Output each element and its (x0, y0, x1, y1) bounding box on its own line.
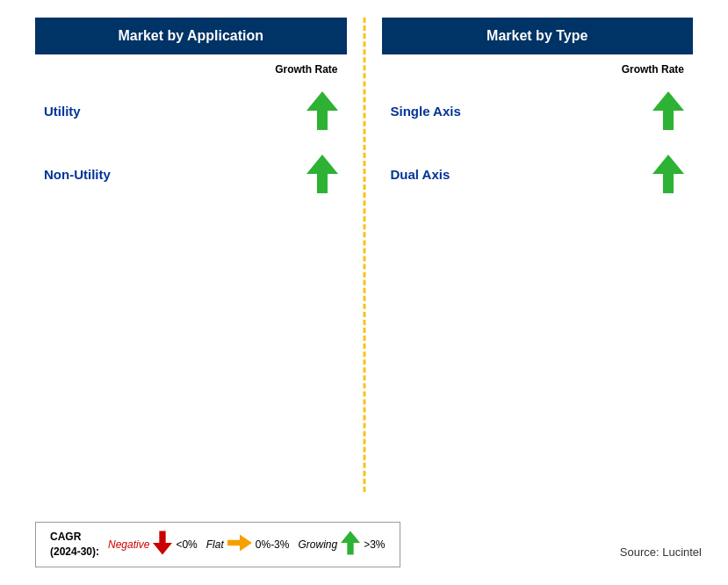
dual-axis-arrow-icon (652, 155, 684, 193)
right-panel-title: Market by Type (487, 28, 587, 43)
utility-label: Utility (44, 104, 81, 119)
non-utility-arrow-icon (306, 155, 338, 193)
main-container: Market by Application Growth Rate Utilit… (18, 18, 710, 506)
utility-arrow-icon (306, 91, 338, 130)
flat-arrow-icon (227, 534, 252, 555)
right-growth-rate-label: Growth Rate (622, 63, 684, 76)
legend-growing: Growing >3% (298, 531, 385, 559)
left-panel-title: Market by Application (118, 28, 263, 43)
svg-marker-2 (652, 91, 684, 130)
single-axis-label: Single Axis (391, 104, 461, 119)
non-utility-label: Non-Utility (44, 167, 111, 182)
left-panel: Market by Application Growth Rate Utilit… (18, 18, 364, 506)
negative-label: Negative (108, 538, 149, 551)
left-item-row-non-utility: Non-Utility (35, 155, 347, 193)
legend-flat: Flat 0%-3% (206, 534, 290, 555)
legend-container: CAGR (2024-30): Negative <0% Flat 0%-3% (35, 522, 400, 567)
cagr-line2: (2024-30): (50, 545, 99, 558)
growing-arrow-icon (341, 531, 360, 559)
divider (363, 18, 365, 492)
growing-range: >3% (364, 538, 385, 551)
svg-marker-6 (341, 531, 360, 555)
svg-marker-4 (153, 531, 172, 555)
svg-marker-1 (306, 155, 338, 193)
svg-marker-5 (227, 535, 252, 552)
right-panel: Market by Type Growth Rate Single Axis D… (364, 18, 711, 506)
flat-range: 0%-3% (256, 538, 290, 551)
right-item-row-dual: Dual Axis (382, 155, 694, 193)
left-panel-header: Market by Application (35, 18, 347, 54)
right-panel-header: Market by Type (382, 18, 694, 54)
source-label: Source: Lucintel (620, 545, 702, 559)
cagr-label: CAGR (2024-30): (50, 530, 99, 560)
svg-marker-3 (652, 155, 684, 193)
left-growth-rate-label: Growth Rate (275, 63, 337, 76)
right-item-row-single: Single Axis (382, 91, 694, 130)
svg-marker-0 (306, 91, 338, 130)
legend-negative: Negative <0% (108, 531, 198, 559)
left-item-row-utility: Utility (35, 91, 347, 130)
negative-arrow-icon (153, 531, 172, 559)
negative-range: <0% (176, 538, 197, 551)
bottom-row: CAGR (2024-30): Negative <0% Flat 0%-3% (18, 513, 710, 567)
cagr-line1: CAGR (50, 531, 81, 543)
flat-label: Flat (206, 538, 224, 551)
single-axis-arrow-icon (652, 91, 684, 130)
dual-axis-label: Dual Axis (391, 167, 450, 182)
growing-label: Growing (298, 538, 337, 551)
